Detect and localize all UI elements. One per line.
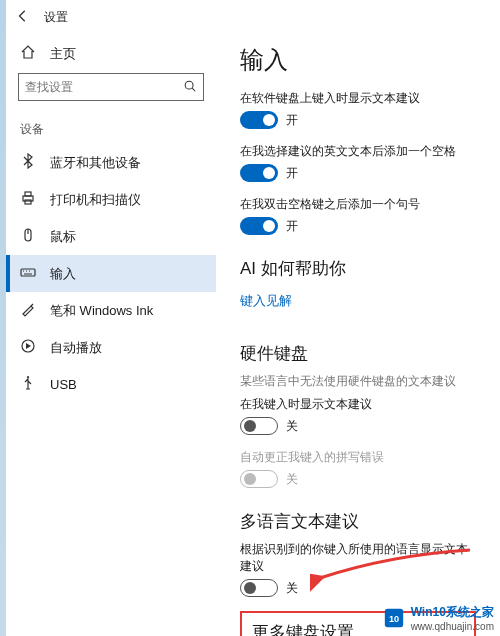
- sidebar-item-autoplay[interactable]: 自动播放: [6, 329, 216, 366]
- keyboard-icon: [20, 264, 36, 283]
- hwkb-label-1: 自动更正我键入的拼写错误: [240, 449, 476, 466]
- typing-toggle-0[interactable]: [240, 111, 278, 129]
- page-title: 输入: [240, 44, 476, 76]
- sidebar-item-keyboard[interactable]: 输入: [6, 255, 216, 292]
- back-icon[interactable]: [16, 9, 30, 26]
- sidebar-item-mouse[interactable]: 鼠标: [6, 218, 216, 255]
- typing-label-0: 在软件键盘上键入时显示文本建议: [240, 90, 476, 107]
- multilang-toggle-state: 关: [286, 580, 298, 597]
- sidebar-item-bluetooth[interactable]: 蓝牙和其他设备: [6, 144, 216, 181]
- sidebar-item-label: 打印机和扫描仪: [50, 191, 141, 209]
- watermark: 10 Win10系统之家 www.qdhuajin.com: [383, 604, 494, 632]
- hwkb-toggle-1: [240, 470, 278, 488]
- content-pane: 输入 在软件键盘上键入时显示文本建议开在我选择建议的英文文本后添加一个空格开在我…: [216, 34, 500, 636]
- svg-rect-3: [25, 192, 31, 196]
- sidebar-item-label: USB: [50, 377, 77, 392]
- svg-rect-7: [21, 269, 35, 276]
- sidebar-item-label: 输入: [50, 265, 76, 283]
- sidebar-item-label: 笔和 Windows Ink: [50, 302, 153, 320]
- typing-toggle-state-0: 开: [286, 112, 298, 129]
- autoplay-icon: [20, 338, 36, 357]
- sidebar-item-label: 蓝牙和其他设备: [50, 154, 141, 172]
- hwkb-toggle-0[interactable]: [240, 417, 278, 435]
- sidebar-item-printer[interactable]: 打印机和扫描仪: [6, 181, 216, 218]
- hardware-keyboard-heading: 硬件键盘: [240, 342, 476, 365]
- home-icon: [20, 44, 36, 63]
- pen-icon: [20, 301, 36, 320]
- hwkb-toggle-state-0: 关: [286, 418, 298, 435]
- svg-text:10: 10: [389, 614, 399, 624]
- typing-label-2: 在我双击空格键之后添加一个句号: [240, 196, 476, 213]
- typing-toggle-2[interactable]: [240, 217, 278, 235]
- svg-point-13: [27, 376, 29, 378]
- window-title: 设置: [44, 9, 68, 26]
- bluetooth-icon: [20, 153, 36, 172]
- svg-line-1: [192, 88, 195, 91]
- hwkb-toggle-state-1: 关: [286, 471, 298, 488]
- hwkb-label-0: 在我键入时显示文本建议: [240, 396, 476, 413]
- multilang-heading: 多语言文本建议: [240, 510, 476, 533]
- ai-heading: AI 如何帮助你: [240, 257, 476, 280]
- sidebar-item-usb[interactable]: USB: [6, 366, 216, 403]
- search-input[interactable]: [25, 80, 183, 94]
- hardware-keyboard-desc: 某些语言中无法使用硬件键盘的文本建议: [240, 373, 476, 390]
- printer-icon: [20, 190, 36, 209]
- typing-toggle-state-2: 开: [286, 218, 298, 235]
- mouse-icon: [20, 227, 36, 246]
- usb-icon: [20, 375, 36, 394]
- watermark-title: Win10系统之家: [411, 604, 494, 621]
- watermark-logo-icon: 10: [383, 607, 405, 629]
- sidebar-home[interactable]: 主页: [6, 36, 216, 73]
- watermark-url: www.qdhuajin.com: [411, 621, 494, 632]
- typing-label-1: 在我选择建议的英文文本后添加一个空格: [240, 143, 476, 160]
- sidebar: 主页 设备 蓝牙和其他设备打印机和扫描仪鼠标输入笔和 Windows Ink自动…: [6, 34, 216, 636]
- search-box[interactable]: [18, 73, 204, 101]
- ai-insights-link[interactable]: 键入见解: [240, 292, 292, 310]
- typing-toggle-state-1: 开: [286, 165, 298, 182]
- sidebar-home-label: 主页: [50, 45, 76, 63]
- title-bar: 设置: [6, 0, 500, 34]
- typing-toggle-1[interactable]: [240, 164, 278, 182]
- multilang-toggle[interactable]: [240, 579, 278, 597]
- sidebar-item-pen[interactable]: 笔和 Windows Ink: [6, 292, 216, 329]
- multilang-desc: 根据识别到的你键入所使用的语言显示文本建议: [240, 541, 476, 575]
- sidebar-item-label: 鼠标: [50, 228, 76, 246]
- sidebar-item-label: 自动播放: [50, 339, 102, 357]
- search-icon: [183, 79, 197, 96]
- svg-point-0: [185, 81, 193, 89]
- sidebar-section-label: 设备: [6, 113, 216, 144]
